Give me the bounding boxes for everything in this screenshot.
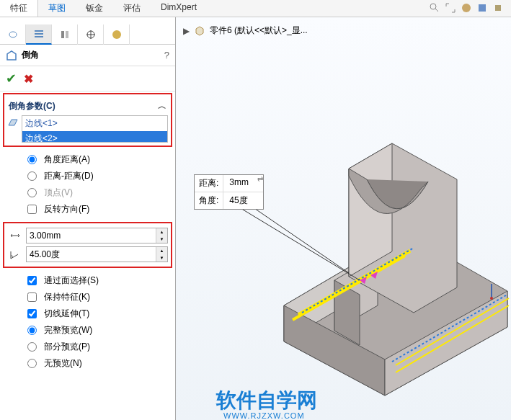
svg-point-0 — [430, 4, 436, 9]
svg-rect-4 — [495, 5, 501, 11]
svg-rect-7 — [35, 33, 43, 35]
checkbox-thru-face[interactable] — [27, 276, 37, 285]
chamfer-params-header[interactable]: 倒角参数(C) ︿ — [7, 97, 168, 115]
radio-full-prev[interactable] — [27, 326, 37, 335]
svg-point-5 — [9, 32, 17, 37]
svg-rect-8 — [35, 36, 43, 37]
watermark-url: WWW.RJZXW.COM — [223, 411, 305, 420]
expand-icon[interactable] — [445, 2, 456, 14]
options-section: 通过面选择(S) 保持特征(K) 切线延伸(T) 完整预览(W) 部分预览(P)… — [0, 269, 175, 375]
search-icon[interactable] — [429, 2, 440, 14]
angle-param-row: ▲ ▼ — [7, 245, 168, 264]
radio-vertex[interactable] — [27, 188, 37, 197]
chamfer-type-section: 角度距离(A) 距离-距离(D) 顶点(V) 反转方向(F) — [0, 148, 175, 220]
feature-title: 倒角 — [22, 49, 39, 61]
radio-full-prev-row[interactable]: 完整预览(W) — [4, 322, 171, 339]
distance-up[interactable]: ▲ — [156, 228, 167, 236]
distance-spinner: ▲ ▼ — [156, 228, 167, 243]
radio-dist-dist-row[interactable]: 距离-距离(D) — [4, 168, 171, 184]
radio-full-prev-label: 完整预览(W) — [44, 324, 92, 336]
radio-angle-dist-row[interactable]: 角度距离(A) — [4, 151, 171, 168]
top-tabs: 特征 草图 钣金 评估 DimXpert — [0, 0, 511, 17]
document-title[interactable]: 零件6 (默认<<默认>_显... — [210, 24, 308, 37]
selection-item-1[interactable]: 边线<1> — [22, 116, 167, 131]
svg-rect-6 — [35, 30, 43, 32]
tab-dimxpert[interactable]: DimXpert — [151, 0, 207, 17]
feature-header: 倒角 ? — [0, 45, 175, 66]
tab-feature[interactable]: 特征 — [0, 0, 38, 17]
radio-partial-prev-row[interactable]: 部分预览(P) — [4, 339, 171, 355]
edge-selection-list[interactable]: 边线<1> 边线<2> — [22, 115, 168, 143]
callout-angle-row: 角度: 45度 — [195, 192, 263, 209]
chamfer-icon — [6, 50, 17, 61]
cancel-button[interactable]: ✖ — [24, 72, 33, 86]
checkbox-reverse[interactable] — [27, 205, 37, 214]
checkbox-keep-feat-row[interactable]: 保持特征(K) — [4, 289, 171, 305]
checkbox-thru-face-row[interactable]: 通过面选择(S) — [4, 272, 171, 289]
angle-icon — [7, 249, 23, 260]
svg-point-14 — [112, 30, 121, 39]
callout-angle-value[interactable]: 45度 — [223, 192, 253, 209]
radio-dist-dist[interactable] — [27, 171, 37, 181]
svg-rect-10 — [66, 31, 68, 38]
angle-spinner: ▲ ▼ — [156, 247, 167, 262]
angle-down[interactable]: ▼ — [156, 254, 167, 262]
collapse-icon[interactable]: ︿ — [158, 100, 166, 112]
viewport[interactable]: ▶ 零件6 (默认<<默认>_显... — [176, 17, 511, 420]
distance-input[interactable]: ▲ ▼ — [26, 228, 168, 243]
checkbox-reverse-label: 反转方向(F) — [44, 203, 89, 215]
checkbox-tangent-row[interactable]: 切线延伸(T) — [4, 305, 171, 322]
angle-field[interactable] — [27, 247, 156, 262]
svg-point-2 — [462, 4, 471, 12]
radio-no-prev[interactable] — [27, 359, 37, 368]
watermark-text: 软件自学网 — [216, 387, 317, 414]
svg-rect-3 — [479, 4, 486, 12]
radio-partial-prev[interactable] — [27, 342, 37, 352]
action-row: ✔ ✖ — [0, 66, 175, 91]
svg-point-18 — [490, 297, 493, 300]
distance-field[interactable] — [27, 228, 156, 243]
tab-evaluate[interactable]: 评估 — [113, 0, 151, 17]
checkbox-thru-face-label: 通过面选择(S) — [44, 274, 99, 287]
checkbox-tangent-label: 切线延伸(T) — [44, 308, 89, 320]
checkbox-keep-feat[interactable] — [27, 292, 37, 302]
panel-tab-config[interactable] — [52, 24, 78, 45]
distance-icon — [7, 230, 23, 241]
model-3d[interactable] — [241, 111, 511, 399]
checkbox-reverse-row[interactable]: 反转方向(F) — [4, 201, 171, 218]
radio-partial-prev-label: 部分预览(P) — [44, 341, 90, 353]
callout-distance-reverse-icon[interactable]: ⇄ — [257, 175, 263, 192]
part-icon — [194, 25, 205, 37]
selection-item-2[interactable]: 边线<2> — [22, 131, 167, 143]
tab-sketch[interactable]: 草图 — [38, 0, 76, 17]
checkbox-tangent[interactable] — [27, 309, 37, 318]
tab-sheetmetal[interactable]: 钣金 — [76, 0, 113, 17]
panel-tab-property[interactable] — [26, 24, 52, 45]
help-icon[interactable]: ? — [164, 50, 169, 61]
callout-distance-label: 距离: — [195, 175, 223, 192]
tree-expand-icon[interactable]: ▶ — [183, 26, 190, 36]
panel-tab-display[interactable] — [104, 24, 130, 45]
angle-input[interactable]: ▲ ▼ — [26, 246, 168, 262]
callout-angle-label: 角度: — [195, 192, 223, 209]
radio-vertex-row[interactable]: 顶点(V) — [4, 184, 171, 201]
panel-tab-dimxpert[interactable] — [78, 24, 104, 45]
edge-selection-icon — [7, 117, 19, 128]
settings-icon[interactable] — [492, 2, 504, 14]
radio-angle-dist[interactable] — [27, 155, 37, 164]
ok-button[interactable]: ✔ — [6, 71, 17, 86]
panel-tab-feature-tree[interactable] — [0, 24, 26, 45]
radio-vertex-label: 顶点(V) — [44, 187, 73, 199]
radio-angle-dist-label: 角度距离(A) — [44, 153, 90, 166]
chamfer-callout[interactable]: 距离: 3mm ⇄ 角度: 45度 — [194, 174, 264, 210]
radio-no-prev-row[interactable]: 无预览(N) — [4, 355, 171, 372]
callout-distance-row: 距离: 3mm ⇄ — [195, 175, 263, 192]
distance-down[interactable]: ▼ — [156, 236, 167, 243]
callout-distance-value[interactable]: 3mm — [223, 175, 254, 192]
radio-no-prev-label: 无预览(N) — [44, 357, 82, 370]
viewport-toolbar: ▶ 零件6 (默认<<默认>_显... — [183, 24, 308, 37]
palette-icon[interactable] — [461, 2, 472, 14]
angle-up[interactable]: ▲ — [156, 247, 167, 254]
book-icon[interactable] — [476, 2, 488, 14]
svg-line-1 — [435, 9, 438, 12]
